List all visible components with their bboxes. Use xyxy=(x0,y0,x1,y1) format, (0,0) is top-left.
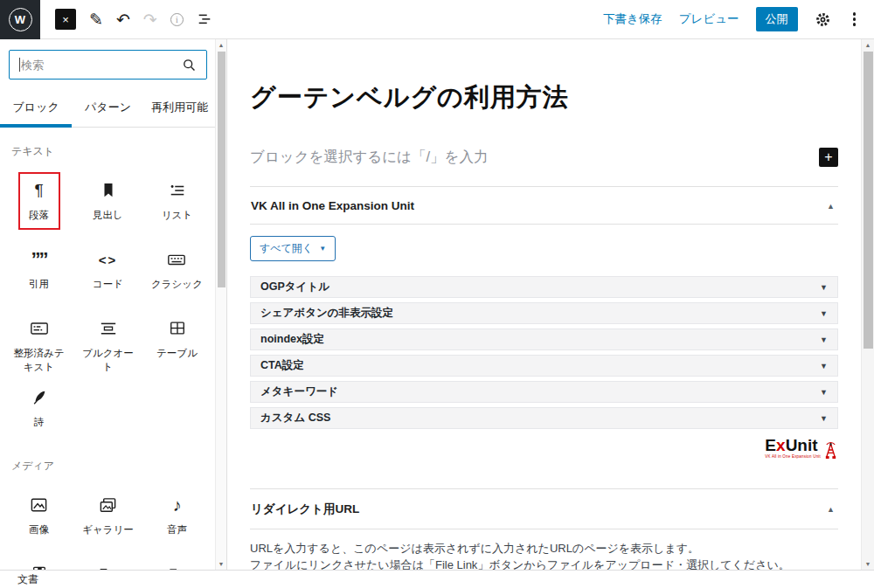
scroll-up-icon[interactable]: ▲ xyxy=(862,39,874,51)
heading-icon xyxy=(101,180,116,201)
topbar-actions: 下書き保存 プレビュー 公開 xyxy=(603,7,874,31)
block-code[interactable]: <> コード xyxy=(73,235,142,304)
save-draft-button[interactable]: 下書き保存 xyxy=(603,11,662,27)
block-media-text[interactable] xyxy=(142,550,212,570)
redirect-url-panel: リダイレクト用URL ▲ URLを入力すると、このページは表示されずに入力された… xyxy=(250,488,838,570)
paragraph-highlight-box: ¶ 段落 xyxy=(18,172,60,230)
wordpress-logo[interactable]: W xyxy=(0,0,40,39)
open-all-button[interactable]: すべて開く ▼ xyxy=(250,236,336,261)
block-pullquote[interactable]: プルクオート xyxy=(73,304,142,373)
tab-patterns[interactable]: パターン xyxy=(72,89,143,127)
editor-canvas: グーテンベルグの利用方法 ブロックを選択するには「/」を入力 + VK All … xyxy=(228,39,861,570)
main-scrollbar[interactable]: ▲ ▼ xyxy=(861,39,874,570)
text-blocks-grid: ¶ 段落 見出し xyxy=(0,166,216,442)
publish-button[interactable]: 公開 xyxy=(756,7,798,31)
caret-down-icon: ▼ xyxy=(820,336,828,344)
inserter-tabs: ブロック パターン 再利用可能 xyxy=(0,89,216,128)
block-preformatted[interactable]: 整形済みテキスト xyxy=(4,304,73,373)
accordion-share-buttons[interactable]: シェアボタンの非表示設定 ▼ xyxy=(250,302,838,324)
top-toolbar: W × ✎ ↶ ↷ i 下書き保存 プレビュー 公開 xyxy=(0,0,874,39)
audio-note-icon: ♪ xyxy=(173,495,182,515)
block-audio[interactable]: ♪ 音声 xyxy=(142,481,212,550)
preview-button[interactable]: プレビュー xyxy=(679,11,739,27)
tab-blocks[interactable]: ブロック xyxy=(0,89,72,127)
redirect-panel-title: リダイレクト用URL xyxy=(251,502,359,517)
accordion-meta-keywords[interactable]: メタキーワード ▼ xyxy=(250,381,838,403)
redo-icon: ↷ xyxy=(143,10,157,29)
redirect-panel-header[interactable]: リダイレクト用URL ▲ xyxy=(250,489,838,529)
caret-down-icon: ▼ xyxy=(820,283,828,292)
block-cover[interactable] xyxy=(4,550,73,570)
list-view-button[interactable] xyxy=(197,11,212,27)
empty-paragraph-block[interactable]: ブロックを選択するには「/」を入力 + xyxy=(250,148,838,167)
accordion-cta[interactable]: CTA設定 ▼ xyxy=(250,355,838,377)
text-cursor xyxy=(19,58,20,72)
details-button[interactable]: i xyxy=(170,13,184,26)
section-label-media: メディア xyxy=(11,459,216,474)
list-view-icon xyxy=(197,11,212,27)
undo-button[interactable]: ↶ xyxy=(116,11,130,28)
main-scrollbar-thumb[interactable] xyxy=(864,52,873,349)
redirect-description-line1: URLを入力すると、このページは表示されずに入力されたURLのページを表示します… xyxy=(250,541,838,557)
pullquote-icon xyxy=(100,318,117,339)
exunit-logo: ExUnit VK All in One Expansion Unit xyxy=(765,437,838,459)
close-inserter-button[interactable]: × xyxy=(55,9,76,30)
sidebar-scrollbar-thumb[interactable] xyxy=(218,52,225,287)
collapse-arrow-icon[interactable]: ▲ xyxy=(827,202,835,211)
block-table[interactable]: テーブル xyxy=(142,304,212,373)
media-text-icon xyxy=(168,564,186,570)
feather-icon xyxy=(31,387,47,408)
cover-icon xyxy=(31,564,47,570)
paragraph-icon: ¶ xyxy=(34,180,43,201)
post-title[interactable]: グーテンベルグの利用方法 xyxy=(250,80,838,115)
block-list[interactable]: リスト xyxy=(142,166,212,235)
search-input[interactable] xyxy=(21,59,182,72)
undo-icon: ↶ xyxy=(116,10,130,29)
block-verse[interactable]: 詩 xyxy=(4,373,73,442)
accordion-ogp-title[interactable]: OGPタイトル ▼ xyxy=(250,276,838,298)
caret-down-icon: ▼ xyxy=(820,309,828,318)
redirect-description-line2: ファイルにリンクさせたい場合は「File Link」ボタンからファイルをアップロ… xyxy=(250,557,838,570)
sidebar-scrollbar[interactable]: ▲ ▼ xyxy=(215,39,226,570)
block-file[interactable] xyxy=(73,550,142,570)
add-block-button[interactable]: + xyxy=(819,148,838,167)
caret-down-icon: ▼ xyxy=(820,388,828,397)
gear-icon xyxy=(815,11,831,28)
radio-tower-icon xyxy=(823,442,838,459)
edit-tool-button[interactable]: ✎ xyxy=(89,11,103,28)
gallery-icon xyxy=(99,495,117,515)
exunit-logo-caption: VK All in One Expansion Unit xyxy=(765,454,821,459)
options-menu-button[interactable] xyxy=(848,10,862,28)
paragraph-placeholder: ブロックを選択するには「/」を入力 xyxy=(250,148,819,167)
vk-panel-header[interactable]: VK All in One Expansion Unit ▲ xyxy=(250,187,838,225)
settings-button[interactable] xyxy=(815,11,831,28)
exunit-logo-text: ExUnit xyxy=(765,437,817,453)
block-heading[interactable]: 見出し xyxy=(73,166,142,235)
tab-reusable[interactable]: 再利用可能 xyxy=(144,89,216,127)
vk-panel-title: VK All in One Expansion Unit xyxy=(251,199,414,212)
redo-button[interactable]: ↷ xyxy=(143,11,157,28)
scroll-down-icon[interactable]: ▼ xyxy=(862,558,874,570)
section-label-text: テキスト xyxy=(11,144,216,159)
table-icon xyxy=(169,318,186,339)
block-classic[interactable]: クラシック xyxy=(142,235,212,304)
caret-down-icon: ▼ xyxy=(820,362,828,370)
collapse-arrow-icon[interactable]: ▲ xyxy=(827,505,835,514)
scroll-down-icon[interactable]: ▼ xyxy=(216,558,226,570)
accordion-custom-css[interactable]: カスタム CSS ▼ xyxy=(250,407,838,429)
block-image[interactable]: 画像 xyxy=(4,481,73,550)
block-search-box[interactable] xyxy=(9,50,207,80)
vk-accordion-list: OGPタイトル ▼ シェアボタンの非表示設定 ▼ noindex設定 ▼ CTA… xyxy=(250,276,838,429)
block-paragraph[interactable]: ¶ 段落 xyxy=(4,166,73,235)
accordion-noindex[interactable]: noindex設定 ▼ xyxy=(250,329,838,350)
breadcrumb[interactable]: 文書 xyxy=(17,572,38,587)
editor-tools: × ✎ ↶ ↷ i xyxy=(55,9,212,30)
quote-icon: ”” xyxy=(31,249,47,270)
scroll-up-icon[interactable]: ▲ xyxy=(216,39,226,51)
block-gallery[interactable]: ギャラリー xyxy=(73,481,142,550)
block-quote[interactable]: ”” 引用 xyxy=(4,235,73,304)
preformatted-icon xyxy=(30,318,49,339)
exunit-logo-row: ExUnit VK All in One Expansion Unit xyxy=(250,437,838,469)
vk-exunit-panel: VK All in One Expansion Unit ▲ すべて開く ▼ O… xyxy=(250,186,838,469)
media-blocks-grid: 画像 ギャラリー ♪ 音声 xyxy=(0,481,216,570)
